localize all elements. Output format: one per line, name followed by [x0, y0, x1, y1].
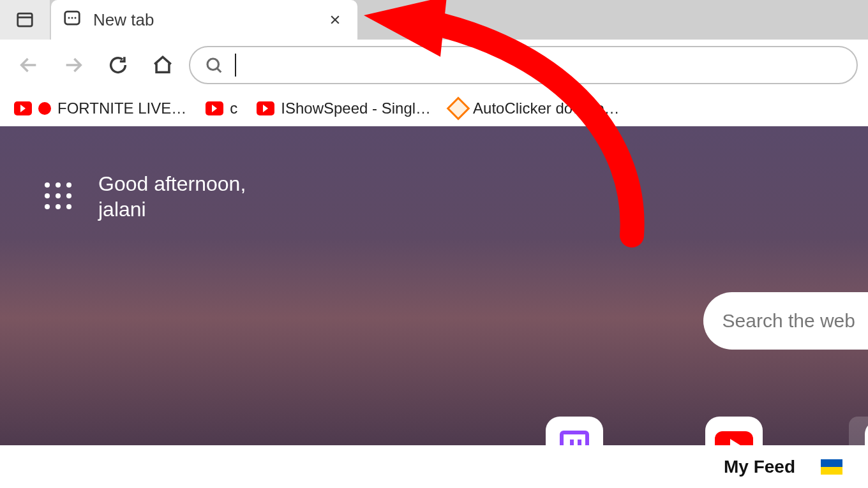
- home-icon: [152, 54, 174, 76]
- window-icon: [15, 10, 34, 29]
- svg-line-11: [217, 68, 221, 72]
- bookmark-item[interactable]: c: [198, 96, 245, 121]
- greeting-line2: jalani: [98, 196, 246, 222]
- youtube-icon: [715, 431, 753, 445]
- greeting-line1: Good afternoon,: [98, 171, 246, 196]
- quick-links: (9) larnzyyy YouTube Rob: [530, 417, 868, 445]
- quick-link-youtube[interactable]: YouTube: [689, 417, 779, 445]
- svg-point-10: [207, 59, 219, 70]
- close-icon: [329, 13, 341, 26]
- diamond-icon: [447, 96, 470, 120]
- feed-bar: My Feed: [0, 445, 868, 488]
- bookmark-label: c: [230, 100, 237, 117]
- tab-close-button[interactable]: [324, 9, 346, 31]
- greeting: Good afternoon, jalani: [98, 171, 246, 222]
- tab-title: New tab: [93, 10, 313, 30]
- search-icon: [204, 55, 223, 75]
- new-tab-page: Good afternoon, jalani Search the web (9…: [0, 126, 868, 445]
- svg-point-5: [75, 17, 77, 18]
- quick-link-tile: [705, 417, 763, 445]
- refresh-button[interactable]: [100, 47, 137, 84]
- home-button[interactable]: [144, 47, 181, 84]
- back-button[interactable]: [10, 47, 47, 84]
- app-launcher-button[interactable]: [45, 182, 73, 211]
- address-bar[interactable]: [189, 46, 858, 84]
- youtube-icon: [206, 101, 223, 115]
- text-caret: [235, 54, 236, 77]
- my-feed-tab[interactable]: My Feed: [724, 457, 795, 477]
- ntp-search-placeholder: Search the web: [722, 310, 855, 332]
- bookmark-label: FORTNITE LIVE…: [57, 100, 186, 117]
- bookmark-item[interactable]: AutoClicker downlo…: [442, 96, 627, 121]
- refresh-icon: [107, 54, 129, 76]
- svg-rect-0: [18, 13, 33, 26]
- bookmarks-bar: FORTNITE LIVE… c IShowSpeed - Singl… Aut…: [0, 91, 868, 126]
- tab-well: New tab: [0, 0, 357, 40]
- ntp-search-box[interactable]: Search the web: [703, 292, 868, 350]
- svg-point-3: [68, 17, 70, 18]
- quick-link-tile: [546, 417, 603, 445]
- svg-point-4: [71, 17, 73, 18]
- browser-tab[interactable]: New tab: [51, 0, 357, 40]
- twitch-icon: [560, 431, 589, 445]
- bookmark-label: AutoClicker downlo…: [473, 100, 619, 117]
- bookmark-item[interactable]: FORTNITE LIVE…: [6, 96, 194, 121]
- arrow-right-icon: [63, 54, 84, 76]
- bookmark-label: IShowSpeed - Singl…: [281, 100, 431, 117]
- quick-link-roblox[interactable]: Rob: [849, 417, 868, 445]
- titlebar: New tab: [0, 0, 868, 40]
- toolbar: [0, 40, 868, 91]
- forward-button[interactable]: [55, 47, 92, 84]
- bookmark-item[interactable]: IShowSpeed - Singl…: [249, 96, 438, 121]
- newtab-icon: [63, 8, 82, 32]
- live-indicator-icon: [38, 102, 51, 115]
- ukraine-flag-icon[interactable]: [821, 459, 842, 475]
- tab-actions-button[interactable]: [0, 0, 51, 40]
- youtube-icon: [257, 101, 274, 115]
- quick-link-twitch[interactable]: (9) larnzyyy: [530, 417, 619, 445]
- youtube-icon: [14, 101, 32, 115]
- ntp-header: Good afternoon, jalani: [45, 171, 246, 222]
- arrow-left-icon: [18, 54, 40, 76]
